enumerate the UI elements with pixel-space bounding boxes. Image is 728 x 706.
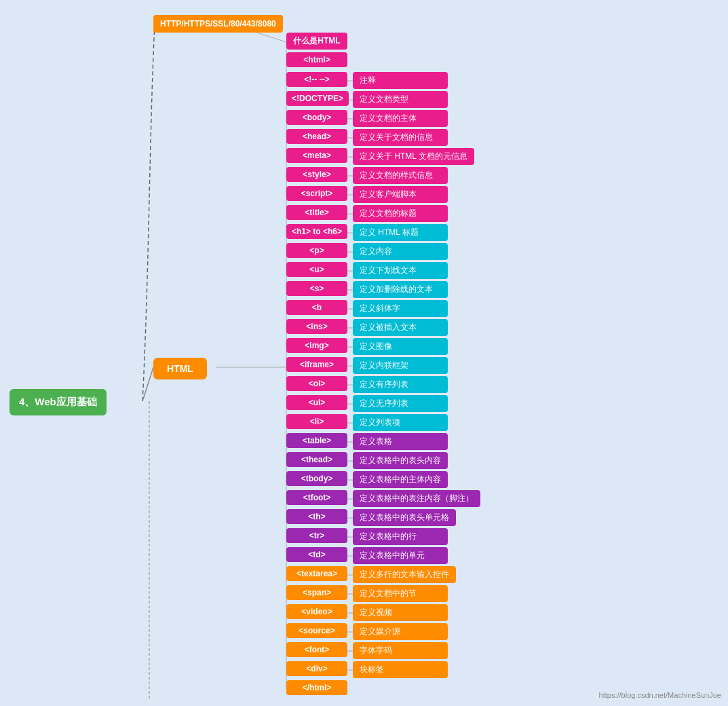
tag-item-t1: <html>	[286, 52, 347, 67]
tag-item-t25: <th>	[286, 509, 347, 524]
tag-item-t7: <style>	[286, 167, 347, 182]
tag-item-t33: <div>	[286, 661, 347, 676]
desc-item-t21: 定义表格	[353, 433, 448, 450]
tag-item-t34: </html>	[286, 680, 347, 695]
tag-item-t24: <tfoot>	[286, 490, 347, 505]
tag-item-t6: <meta>	[286, 148, 347, 163]
desc-item-t10: 定义 HTML 标题	[353, 224, 448, 241]
desc-item-t28: 定义多行的文本输入控件	[353, 566, 456, 583]
tag-item-t31: <source>	[286, 623, 347, 638]
tag-item-t21: <table>	[286, 433, 347, 448]
tag-item-t19: <ul>	[286, 395, 347, 410]
desc-item-t29: 定义文档中的节	[353, 585, 448, 602]
mind-map: 4、Web应用基础 HTTP/HTTPS/SSL/80/443/8080 HTM…	[0, 0, 728, 706]
tag-item-t5: <head>	[286, 129, 347, 144]
desc-item-t15: 定义被插入文本	[353, 319, 448, 336]
desc-item-t32: 字体字码	[353, 642, 448, 659]
tag-item-t4: <body>	[286, 110, 347, 125]
desc-item-t13: 定义加删除线的文本	[353, 281, 448, 298]
desc-item-t17: 定义内联框架	[353, 357, 448, 374]
desc-item-t5: 定义关于文档的信息	[353, 129, 448, 146]
desc-item-t16: 定义图像	[353, 338, 448, 355]
desc-item-t24: 定义表格中的表注内容（脚注）	[353, 490, 480, 507]
tag-item-t27: <td>	[286, 547, 347, 562]
desc-item-t12: 定义下划线文本	[353, 262, 448, 279]
desc-item-t23: 定义表格中的主体内容	[353, 471, 448, 488]
tag-item-t0: 什么是HTML	[286, 33, 347, 50]
desc-item-t20: 定义列表项	[353, 414, 448, 431]
desc-item-t33: 块标签	[353, 661, 448, 678]
tag-item-t32: <font>	[286, 642, 347, 657]
desc-item-t3: 定义文档类型	[353, 91, 448, 108]
desc-item-t2: 注释	[353, 72, 448, 89]
tag-item-t8: <script>	[286, 186, 347, 201]
tag-item-t18: <ol>	[286, 376, 347, 391]
svg-line-1	[142, 367, 153, 401]
tag-item-t30: <video>	[286, 604, 347, 619]
desc-item-t8: 定义客户端脚本	[353, 186, 448, 203]
tag-item-t20: <li>	[286, 414, 347, 429]
desc-item-t14: 定义斜体字	[353, 300, 448, 317]
tag-item-t2: <!-- -->	[286, 72, 347, 87]
tag-item-t10: <h1> to <h6>	[286, 224, 347, 239]
tag-item-t22: <thead>	[286, 452, 347, 467]
tag-item-t13: <s>	[286, 281, 347, 296]
desc-item-t18: 定义有序列表	[353, 376, 448, 393]
desc-item-t11: 定义内容	[353, 243, 448, 260]
tag-item-t28: <textarea>	[286, 566, 347, 581]
desc-item-t26: 定义表格中的行	[353, 528, 448, 545]
desc-item-t27: 定义表格中的单元	[353, 547, 448, 564]
root-node: 4、Web应用基础	[9, 389, 107, 415]
desc-item-t6: 定义关于 HTML 文档的元信息	[353, 148, 474, 165]
desc-item-t19: 定义无序列表	[353, 395, 448, 412]
desc-item-t25: 定义表格中的表头单元格	[353, 509, 456, 526]
tag-item-t15: <ins>	[286, 319, 347, 334]
tag-item-t9: <title>	[286, 205, 347, 220]
tag-item-t12: <u>	[286, 262, 347, 277]
tag-item-t17: <iframe>	[286, 357, 347, 372]
desc-item-t22: 定义表格中的表头内容	[353, 452, 448, 469]
desc-item-t9: 定义文档的标题	[353, 205, 448, 222]
http-node: HTTP/HTTPS/SSL/80/443/8080	[153, 15, 283, 33]
tag-item-t26: <tr>	[286, 528, 347, 543]
tag-item-t3: <!DOCTYPE>	[286, 91, 349, 106]
desc-item-t7: 定义文档的样式信息	[353, 167, 448, 184]
watermark: https://blog.csdn.net/MachineSunJoe	[599, 691, 721, 699]
html-node: HTML	[153, 358, 207, 379]
tag-item-t16: <img>	[286, 338, 347, 353]
tag-item-t23: <tbody>	[286, 471, 347, 486]
tag-item-t11: <p>	[286, 243, 347, 258]
tag-item-t14: <b	[286, 300, 347, 315]
tag-item-t29: <span>	[286, 585, 347, 600]
desc-item-t30: 定义视频	[353, 604, 448, 621]
desc-item-t31: 定义媒介源	[353, 623, 448, 640]
desc-item-t4: 定义文档的主体	[353, 110, 448, 127]
